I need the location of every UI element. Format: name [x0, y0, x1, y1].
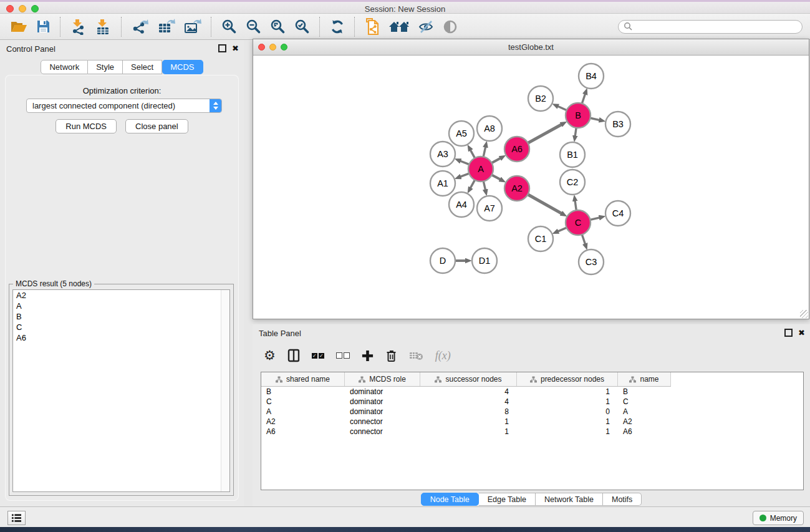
graph-edge-A-A1[interactable]	[460, 173, 469, 177]
table-cell[interactable]: 1	[517, 427, 618, 436]
show-columns-icon[interactable]	[287, 349, 300, 362]
function-builder-icon[interactable]: f(x)	[435, 349, 451, 362]
mcds-result-item[interactable]: A2	[13, 290, 229, 301]
graph-edge-B-B2[interactable]	[557, 106, 566, 110]
mcds-result-item[interactable]: A	[13, 301, 229, 311]
close-panel-icon[interactable]: ✖	[232, 45, 239, 52]
table-cell[interactable]: connector	[345, 427, 420, 436]
table-cell[interactable]: 0	[517, 407, 618, 416]
search-box[interactable]	[618, 20, 803, 34]
table-cell[interactable]: 1	[420, 417, 517, 426]
graph-edge-A-A8[interactable]	[483, 147, 485, 157]
save-session-button[interactable]	[36, 19, 51, 34]
table-cell[interactable]: B	[618, 387, 671, 396]
graph-node-D1[interactable]: D1	[472, 248, 497, 273]
hide-graphics-details-button[interactable]	[418, 19, 434, 34]
new-network-view-button[interactable]	[365, 18, 380, 36]
table-row-B[interactable]: Bdominator41B	[261, 387, 803, 397]
mcds-result-item[interactable]: C	[13, 322, 229, 332]
table-cell[interactable]: B	[261, 387, 345, 396]
table-cell[interactable]: connector	[345, 417, 420, 426]
graph-node-C2[interactable]: C2	[560, 170, 585, 195]
open-file-button[interactable]	[11, 19, 27, 34]
graph-edge-B-B4[interactable]	[582, 94, 585, 104]
table-tab-edge-table[interactable]: Edge Table	[479, 493, 536, 506]
graph-edge-B-B3[interactable]	[591, 118, 600, 120]
graph-node-B4[interactable]: B4	[579, 64, 604, 89]
table-cell[interactable]: A2	[261, 417, 345, 426]
table-cell[interactable]: dominator	[345, 397, 420, 406]
import-table-button[interactable]	[95, 19, 112, 35]
graph-edge-C-C1[interactable]	[558, 228, 567, 231]
table-cell[interactable]: A6	[618, 427, 671, 436]
network-canvas[interactable]: AA1A2A3A4A5A6A7A8BB1B2B3B4CC1C2C3C4DD1	[253, 56, 809, 319]
export-image-button[interactable]	[184, 19, 201, 35]
graph-node-A1[interactable]: A1	[430, 171, 455, 196]
export-network-button[interactable]	[132, 19, 149, 35]
table-cell[interactable]: A2	[618, 417, 671, 426]
graph-edge-C-C3[interactable]	[582, 235, 585, 244]
graph-edge-A-A7[interactable]	[483, 181, 485, 190]
table-cell[interactable]: dominator	[345, 407, 420, 416]
graph-node-A4[interactable]: A4	[449, 192, 474, 217]
zoom-selected-button[interactable]	[294, 19, 310, 34]
tab-select[interactable]: Select	[123, 60, 162, 74]
column-header-MCDS-role[interactable]: MCDS role	[345, 372, 420, 386]
graph-node-C4[interactable]: C4	[605, 201, 630, 226]
import-network-button[interactable]	[70, 19, 87, 35]
tab-network[interactable]: Network	[41, 60, 88, 74]
table-cell[interactable]: C	[261, 397, 345, 406]
graph-node-B2[interactable]: B2	[528, 86, 553, 111]
criterion-dropdown[interactable]: largest connected component (directed)	[26, 99, 222, 113]
graph-edge-A6-B[interactable]	[528, 124, 562, 143]
graph-edge-C-C2[interactable]	[575, 201, 576, 210]
zoom-in-button[interactable]	[221, 19, 237, 34]
float-table-panel-icon[interactable]	[784, 329, 793, 337]
run-mcds-button[interactable]: Run MCDS	[55, 119, 117, 133]
column-header-name[interactable]: name	[618, 372, 671, 386]
column-header-shared-name[interactable]: shared name	[261, 372, 345, 386]
graph-node-C1[interactable]: C1	[528, 226, 553, 251]
graph-node-A[interactable]: A	[468, 157, 493, 181]
table-cell[interactable]: C	[618, 397, 671, 406]
float-panel-icon[interactable]	[218, 44, 226, 52]
delete-column-icon[interactable]	[385, 349, 397, 362]
refresh-button[interactable]	[330, 19, 345, 34]
close-panel-button[interactable]: Close panel	[125, 119, 188, 133]
unselect-all-columns-icon[interactable]	[336, 352, 350, 359]
mcds-result-item[interactable]: A6	[13, 332, 229, 343]
graph-edge-A-A4[interactable]	[470, 180, 475, 188]
graph-edge-A2-C[interactable]	[528, 195, 561, 214]
graph-node-A3[interactable]: A3	[430, 142, 455, 167]
tab-mcds[interactable]: MCDS	[162, 60, 203, 74]
tab-style[interactable]: Style	[88, 60, 123, 74]
network-window-titlebar[interactable]: testGlobe.txt	[253, 39, 809, 56]
table-tab-node-table[interactable]: Node Table	[421, 493, 479, 506]
zoom-out-button[interactable]	[246, 19, 261, 34]
home-view-button[interactable]	[388, 19, 410, 34]
table-row-A2[interactable]: A2connector11A2	[261, 417, 803, 427]
table-cell[interactable]: A6	[261, 427, 345, 436]
table-settings-icon[interactable]: ⚙	[264, 349, 276, 362]
table-cell[interactable]: A	[261, 407, 345, 416]
graph-edge-A-A3[interactable]	[460, 161, 469, 165]
graph-node-A6[interactable]: A6	[504, 137, 529, 162]
graph-node-A8[interactable]: A8	[477, 116, 502, 141]
table-cell[interactable]: 4	[420, 387, 517, 396]
select-all-columns-icon[interactable]: ✓✓	[312, 353, 324, 359]
column-header-successor-nodes[interactable]: successor nodes	[420, 372, 517, 386]
table-tab-network-table[interactable]: Network Table	[536, 493, 603, 506]
table-tab-motifs[interactable]: Motifs	[603, 493, 642, 506]
mcds-result-item[interactable]: B	[13, 311, 229, 322]
window-resize-grip[interactable]	[800, 310, 808, 318]
graph-node-A2[interactable]: A2	[504, 176, 529, 201]
table-cell[interactable]: 1	[420, 427, 517, 436]
graph-edge-C-C4[interactable]	[590, 218, 599, 220]
add-column-icon[interactable]	[362, 350, 374, 362]
graph-edge-A-A2[interactable]	[492, 175, 501, 179]
graph-node-B1[interactable]: B1	[560, 142, 585, 167]
result-scrollbar[interactable]	[221, 290, 229, 491]
graph-node-A5[interactable]: A5	[449, 121, 474, 146]
table-cell[interactable]: dominator	[345, 387, 420, 396]
table-cell[interactable]: 4	[420, 397, 517, 406]
